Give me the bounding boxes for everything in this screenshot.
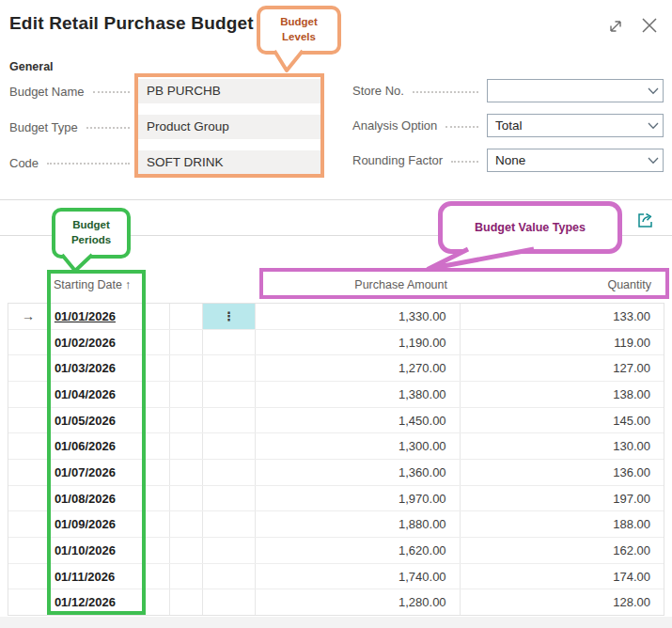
- purchase-amount-cell[interactable]: 1,380.00: [256, 382, 460, 407]
- rounding-factor-dropdown[interactable]: None: [487, 149, 664, 172]
- field-row-code: Code SOFT DRINK: [9, 150, 320, 175]
- row-options-cell[interactable]: [203, 564, 256, 589]
- chevron-down-icon[interactable]: [644, 87, 663, 95]
- row-options-cell[interactable]: [203, 538, 256, 563]
- table-row[interactable]: 01/08/2026 1,970.00 197.00: [8, 486, 664, 512]
- table-row[interactable]: 01/03/2026 1,270.00 127.00: [8, 355, 664, 382]
- starting-date-cell[interactable]: 01/07/2026: [48, 460, 170, 485]
- quantity-cell[interactable]: 136.00: [461, 460, 664, 485]
- quantity-cell[interactable]: 133.00: [461, 304, 664, 329]
- table-row[interactable]: 01/11/2026 1,740.00 174.00: [8, 564, 664, 590]
- purchase-amount-cell[interactable]: 1,880.00: [256, 511, 460, 537]
- row-options-cell[interactable]: [203, 382, 256, 407]
- store-no-dropdown[interactable]: [487, 79, 664, 102]
- expand-to-full-page-icon[interactable]: [605, 16, 626, 37]
- column-header-starting-date[interactable]: Starting Date↑: [54, 278, 131, 291]
- code-label: Code: [9, 156, 39, 170]
- spacer-cell: [170, 304, 204, 329]
- starting-date-cell[interactable]: 01/12/2026: [48, 589, 170, 615]
- chevron-down-icon[interactable]: [644, 122, 663, 130]
- quantity-cell[interactable]: 188.00: [461, 511, 664, 537]
- table-row[interactable]: 01/09/2026 1,880.00 188.00: [8, 511, 664, 538]
- close-x-icon: [638, 14, 661, 37]
- starting-date-cell[interactable]: 01/01/2026: [48, 304, 170, 329]
- purchase-amount-cell[interactable]: 1,270.00: [256, 355, 460, 381]
- row-options-cell[interactable]: [203, 589, 256, 615]
- starting-date-cell[interactable]: 01/09/2026: [48, 511, 170, 537]
- purchase-amount-cell[interactable]: 1,450.00: [256, 408, 460, 433]
- starting-date-cell[interactable]: 01/02/2026: [48, 330, 170, 355]
- column-header-purchase-amount[interactable]: Purchase Amount: [256, 278, 461, 291]
- starting-date-cell[interactable]: 01/10/2026: [48, 538, 170, 563]
- row-selector-cell[interactable]: [8, 511, 48, 537]
- field-row-rounding-factor: Rounding Factor None: [352, 149, 664, 172]
- column-header-quantity[interactable]: Quantity: [461, 278, 664, 291]
- budget-type-input[interactable]: Product Group: [138, 115, 320, 139]
- row-selector-cell[interactable]: [8, 460, 48, 485]
- budget-name-input[interactable]: PB PURCHB: [138, 79, 320, 103]
- row-options-cell[interactable]: [203, 433, 256, 459]
- spacer-cell: [170, 408, 204, 433]
- table-row[interactable]: 01/05/2026 1,450.00 145.00: [8, 408, 664, 434]
- purchase-amount-cell[interactable]: 1,280.00: [256, 589, 460, 615]
- purchase-amount-cell[interactable]: 1,360.00: [256, 460, 460, 485]
- quantity-cell[interactable]: 174.00: [461, 564, 664, 589]
- purchase-amount-cell[interactable]: 1,970.00: [256, 486, 460, 511]
- quantity-cell[interactable]: 197.00: [461, 486, 664, 511]
- bottom-scroll-area: [0, 617, 672, 628]
- row-options-cell[interactable]: [203, 486, 256, 511]
- quantity-cell[interactable]: 138.00: [461, 382, 664, 407]
- purchase-amount-cell[interactable]: 1,620.00: [256, 538, 460, 563]
- table-row[interactable]: 01/12/2026 1,280.00 128.00: [8, 589, 664, 615]
- row-options-cell[interactable]: ⋮: [203, 304, 256, 329]
- row-selector-cell[interactable]: →: [8, 304, 48, 329]
- row-options-cell[interactable]: [203, 330, 256, 355]
- code-input[interactable]: SOFT DRINK: [138, 150, 320, 175]
- starting-date-cell[interactable]: 01/11/2026: [48, 564, 170, 589]
- share-button[interactable]: [633, 209, 658, 233]
- starting-date-cell[interactable]: 01/04/2026: [48, 382, 170, 407]
- row-options-cell[interactable]: [203, 511, 256, 537]
- dotted-leader: [86, 127, 130, 129]
- quantity-cell[interactable]: 127.00: [461, 355, 664, 381]
- quantity-cell[interactable]: 128.00: [461, 589, 664, 615]
- table-row[interactable]: 01/10/2026 1,620.00 162.00: [8, 538, 664, 564]
- quantity-cell[interactable]: 145.00: [461, 408, 664, 433]
- field-row-analysis-option: Analysis Option Total: [352, 114, 664, 137]
- starting-date-cell[interactable]: 01/03/2026: [48, 355, 170, 381]
- row-selector-cell[interactable]: [8, 330, 48, 355]
- quantity-cell[interactable]: 130.00: [461, 433, 664, 459]
- starting-date-cell[interactable]: 01/08/2026: [48, 486, 170, 511]
- row-selector-cell[interactable]: [8, 382, 48, 407]
- starting-date-cell[interactable]: 01/06/2026: [48, 433, 170, 459]
- table-row[interactable]: 01/07/2026 1,360.00 136.00: [8, 460, 664, 486]
- purchase-amount-cell[interactable]: 1,300.00: [256, 433, 460, 459]
- budget-periods-callout-label: Budget Periods: [65, 218, 117, 247]
- table-row[interactable]: 01/02/2026 1,190.00 119.00: [8, 330, 664, 356]
- row-selector-cell[interactable]: [8, 355, 48, 381]
- purchase-amount-cell[interactable]: 1,190.00: [256, 330, 460, 355]
- table-row[interactable]: → 01/01/2026 ⋮ 1,330.00 133.00: [8, 304, 664, 330]
- analysis-option-dropdown[interactable]: Total: [487, 114, 664, 137]
- row-selector-cell[interactable]: [8, 408, 48, 433]
- field-row-budget-name: Budget Name PB PURCHB: [9, 79, 320, 103]
- quantity-cell[interactable]: 119.00: [461, 330, 664, 355]
- quantity-cell[interactable]: 162.00: [461, 538, 664, 563]
- row-selector-cell[interactable]: [8, 486, 48, 511]
- row-options-cell[interactable]: [203, 355, 256, 381]
- row-selector-cell[interactable]: [8, 433, 48, 459]
- starting-date-cell[interactable]: 01/05/2026: [48, 408, 170, 433]
- chevron-down-icon[interactable]: [644, 157, 663, 165]
- row-selector-cell[interactable]: [8, 589, 48, 615]
- row-options-cell[interactable]: [203, 408, 256, 433]
- row-selector-cell[interactable]: [8, 538, 48, 563]
- row-selector-cell[interactable]: [8, 564, 48, 589]
- row-options-cell[interactable]: [203, 460, 256, 485]
- table-row[interactable]: 01/04/2026 1,380.00 138.00: [8, 382, 664, 408]
- dotted-leader: [47, 163, 130, 165]
- purchase-amount-cell[interactable]: 1,740.00: [256, 564, 460, 589]
- budget-type-label: Budget Type: [9, 120, 78, 134]
- purchase-amount-cell[interactable]: 1,330.00: [256, 304, 460, 329]
- close-icon[interactable]: [638, 14, 661, 37]
- table-row[interactable]: 01/06/2026 1,300.00 130.00: [8, 433, 664, 460]
